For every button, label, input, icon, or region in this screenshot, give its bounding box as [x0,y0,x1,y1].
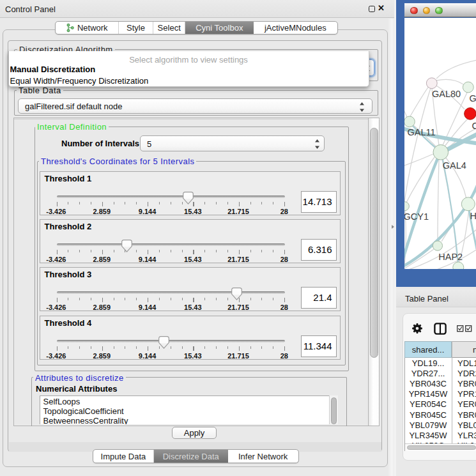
svg-text:GAL80: GAL80 [432,89,461,99]
svg-text:GAL11: GAL11 [408,127,436,137]
svg-text:GCY1: GCY1 [404,211,429,222]
svg-text:H: H [470,211,476,221]
svg-text:G.: G. [470,93,476,104]
svg-text:HAP2: HAP2 [438,252,463,262]
svg-text:C.: C. [472,121,476,131]
svg-text:GAL4: GAL4 [443,160,466,171]
